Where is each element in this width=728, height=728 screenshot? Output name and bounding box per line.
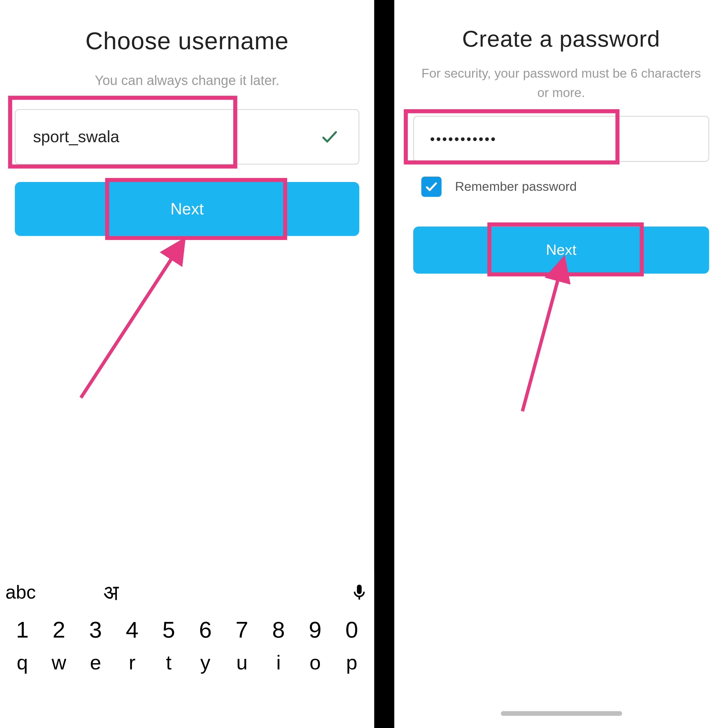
page-title: Choose username: [0, 27, 374, 55]
page-subtitle: You can always change it later.: [0, 70, 374, 90]
password-input-container: [413, 116, 709, 162]
key-r[interactable]: r: [114, 651, 150, 674]
key-5[interactable]: 5: [150, 617, 187, 643]
key-q[interactable]: q: [4, 651, 41, 674]
home-indicator[interactable]: [500, 711, 622, 716]
key-y[interactable]: y: [187, 651, 224, 674]
key-7[interactable]: 7: [223, 617, 260, 643]
username-input-container: [15, 109, 359, 164]
soft-keyboard: abc अ 1 2 3 4 5 6 7 8 9 0 q w: [0, 572, 374, 728]
remember-password-row: Remember password: [421, 177, 709, 197]
panel-divider: [374, 0, 395, 728]
key-u[interactable]: u: [223, 651, 260, 674]
key-3[interactable]: 3: [77, 617, 114, 643]
key-i[interactable]: i: [260, 651, 297, 674]
remember-label: Remember password: [455, 179, 577, 194]
key-8[interactable]: 8: [260, 617, 297, 643]
svg-line-1: [81, 243, 182, 398]
annotation-arrow: [74, 229, 196, 404]
svg-line-3: [522, 262, 563, 411]
keyboard-language-glyph[interactable]: अ: [103, 580, 119, 605]
annotation-arrow: [515, 249, 576, 418]
key-2[interactable]: 2: [41, 617, 77, 643]
keyboard-letter-row-1: q w e r t y u i o p: [0, 647, 374, 678]
key-4[interactable]: 4: [114, 617, 150, 643]
username-input[interactable]: [15, 109, 359, 164]
key-9[interactable]: 9: [297, 617, 333, 643]
password-screen: Create a password For security, your pas…: [395, 0, 728, 728]
key-e[interactable]: e: [77, 651, 114, 674]
key-0[interactable]: 0: [333, 617, 370, 643]
keyboard-mode-label[interactable]: abc: [5, 582, 36, 603]
keyboard-number-row: 1 2 3 4 5 6 7 8 9 0: [0, 613, 374, 647]
key-p[interactable]: p: [333, 651, 370, 674]
next-button[interactable]: Next: [15, 182, 359, 236]
next-button-label: Next: [546, 242, 577, 258]
username-screen: Choose username You can always change it…: [0, 0, 374, 728]
key-6[interactable]: 6: [187, 617, 224, 643]
mic-icon[interactable]: [350, 583, 369, 602]
page-subtitle: For security, your password must be 6 ch…: [395, 64, 728, 102]
key-t[interactable]: t: [150, 651, 187, 674]
key-o[interactable]: o: [297, 651, 333, 674]
next-button-label: Next: [170, 200, 203, 218]
password-input[interactable]: [413, 116, 709, 162]
page-title: Create a password: [395, 26, 728, 52]
key-w[interactable]: w: [41, 651, 77, 674]
next-button[interactable]: Next: [413, 226, 709, 274]
key-1[interactable]: 1: [4, 617, 41, 643]
checkmark-icon: [320, 127, 339, 146]
remember-checkbox[interactable]: [421, 177, 441, 197]
